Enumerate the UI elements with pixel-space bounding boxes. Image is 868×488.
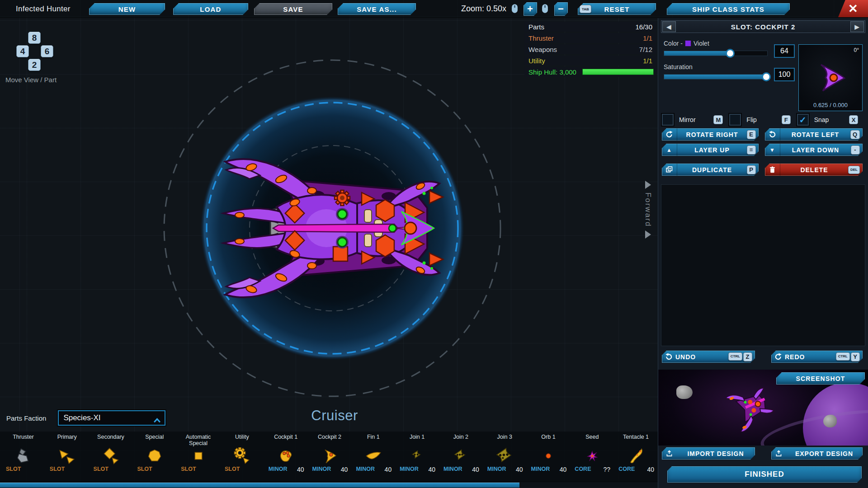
- import-design-button[interactable]: IMPORT DESIGN: [662, 447, 755, 460]
- seed-icon: [584, 446, 601, 466]
- screenshot-button[interactable]: SCREENSHOT: [776, 372, 865, 385]
- part-item[interactable]: SeedCORE??: [570, 432, 614, 482]
- keycap: Q: [850, 130, 860, 139]
- close-button[interactable]: ✕: [838, 0, 868, 17]
- next-slot-button[interactable]: ▶: [850, 21, 864, 32]
- color-slider-knob[interactable]: [726, 49, 735, 58]
- color-slider[interactable]: [664, 51, 768, 56]
- move-hint-label: Move View / Part: [5, 76, 57, 84]
- secondary-icon: [102, 446, 119, 466]
- palette-scrollbar-track[interactable]: [0, 482, 658, 488]
- mirror-checkbox[interactable]: [662, 114, 674, 126]
- part-item[interactable]: Fin 1MINOR40: [351, 432, 395, 482]
- faction-dropdown[interactable]: Species-XI: [58, 410, 165, 426]
- part-item[interactable]: SecondarySLOT: [89, 432, 133, 482]
- part-item[interactable]: Join 3MINOR40: [483, 432, 527, 482]
- thruster-icon: [14, 446, 32, 466]
- rotate-left-button[interactable]: ROTATE LEFT Q: [765, 128, 863, 141]
- mouse-scroll-icon: [511, 4, 518, 14]
- asteroid: [823, 415, 837, 427]
- stat-value: 1/1: [643, 34, 652, 42]
- cockpit2-icon: [321, 446, 338, 466]
- keycap: Z: [743, 352, 752, 361]
- fin-icon: [365, 446, 382, 466]
- part-tier: MINOR: [312, 466, 331, 473]
- load-button[interactable]: LOAD: [173, 3, 248, 15]
- layer-down-button[interactable]: ▼ LAYER DOWN -: [765, 144, 863, 156]
- saturation-value-box[interactable]: 100: [774, 68, 795, 81]
- ship-thumbnail: [726, 382, 776, 432]
- special-icon: [146, 446, 163, 466]
- join1-icon: [409, 446, 426, 466]
- snap-checkbox[interactable]: ✓: [797, 114, 809, 126]
- finished-button[interactable]: FINISHED: [667, 466, 862, 483]
- stat-label: Parts: [528, 23, 544, 31]
- part-item[interactable]: Automatic SpecialSLOT: [176, 432, 220, 482]
- part-tier: MINOR: [487, 466, 506, 473]
- slot-header: ◀ SLOT: COCKPIT 2 ▶: [661, 20, 865, 33]
- ship-class-stats-button[interactable]: SHIP CLASS STATS: [667, 3, 790, 15]
- design-canvas[interactable]: 8 4 6 2 Move View / Part Parts16/30Thrus…: [0, 18, 658, 488]
- key-8: 8: [28, 32, 41, 44]
- tentacle-icon: [627, 446, 645, 466]
- part-item[interactable]: Join 2MINOR40: [439, 432, 483, 482]
- part-item[interactable]: Cockpit 2MINOR40: [308, 432, 352, 482]
- part-label: Secondary: [97, 432, 124, 446]
- stat-row: Thruster1/1: [524, 33, 656, 43]
- cockpit1-icon: [277, 446, 294, 466]
- export-design-button[interactable]: EXPORT DESIGN: [771, 447, 863, 460]
- previous-slot-button[interactable]: ◀: [662, 21, 676, 32]
- auto-special-icon: [190, 446, 207, 466]
- part-value: 40: [385, 466, 392, 473]
- undo-icon: [662, 351, 675, 363]
- zoom-out-button[interactable]: −: [554, 2, 568, 16]
- part-item[interactable]: ThrusterSLOT: [1, 432, 45, 482]
- save-button[interactable]: SAVE: [254, 3, 332, 15]
- keycap: DEL: [848, 166, 860, 174]
- palette-scrollbar-thumb[interactable]: [0, 483, 519, 488]
- part-editor-sidebar: ◀ SLOT: COCKPIT 2 ▶ Color -Violet 64 Sat…: [658, 18, 868, 488]
- undo-button[interactable]: UNDO CTRLZ: [662, 351, 755, 363]
- part-label: Seed: [585, 432, 599, 446]
- part-item[interactable]: SpecialSLOT: [132, 432, 176, 482]
- trash-icon: [765, 164, 780, 176]
- part-label: Join 2: [453, 432, 468, 446]
- duplicate-button[interactable]: DUPLICATE P: [662, 164, 759, 176]
- part-item[interactable]: Cockpit 1MINOR40: [264, 432, 308, 482]
- part-tier: MINOR: [269, 466, 288, 473]
- part-value: 40: [516, 466, 523, 473]
- part-angle: 0°: [854, 47, 859, 53]
- part-item[interactable]: Orb 1MINOR40: [527, 432, 571, 482]
- zoom-in-button[interactable]: +: [524, 2, 537, 16]
- duplicate-icon: [662, 164, 677, 176]
- part-item[interactable]: Join 1MINOR40: [395, 432, 439, 482]
- layer-up-button[interactable]: ▲ LAYER UP =: [662, 144, 759, 156]
- color-value-box[interactable]: 64: [774, 44, 795, 58]
- saturation-slider[interactable]: [664, 74, 768, 80]
- stat-value: 1/1: [643, 57, 652, 65]
- top-bar: Infected Hunter NEW LOAD SAVE SAVE AS...…: [0, 0, 868, 18]
- forward-label: Forward: [643, 192, 652, 227]
- stat-label: Utility: [528, 57, 545, 65]
- reset-view-button[interactable]: TAB RESET: [578, 3, 656, 15]
- close-icon: ✕: [848, 2, 858, 16]
- delete-button[interactable]: DELETE DEL: [765, 164, 863, 176]
- rotate-right-button[interactable]: ROTATE RIGHT E: [662, 128, 759, 141]
- part-item[interactable]: Tentacle 1CORE40: [614, 432, 658, 482]
- redo-button[interactable]: REDO CTRLY: [771, 351, 863, 363]
- flip-checkbox[interactable]: [729, 114, 741, 126]
- import-icon: [662, 447, 676, 460]
- keycap: P: [747, 165, 756, 174]
- part-label: Join 3: [497, 432, 512, 446]
- part-item[interactable]: PrimarySLOT: [45, 432, 89, 482]
- saturation-slider-knob[interactable]: [762, 72, 771, 81]
- key-4: 4: [16, 45, 29, 57]
- part-label: Tentacle 1: [623, 432, 649, 446]
- keycap: CTRL: [836, 352, 850, 361]
- ship-editor: Infected Hunter NEW LOAD SAVE SAVE AS...…: [0, 0, 868, 488]
- part-item[interactable]: UtilitySLOT: [220, 432, 264, 482]
- part-label: Automatic Special: [176, 432, 220, 446]
- new-button[interactable]: NEW: [89, 3, 165, 15]
- rotate-left-icon: [765, 128, 780, 141]
- save-as-button[interactable]: SAVE AS...: [338, 3, 416, 15]
